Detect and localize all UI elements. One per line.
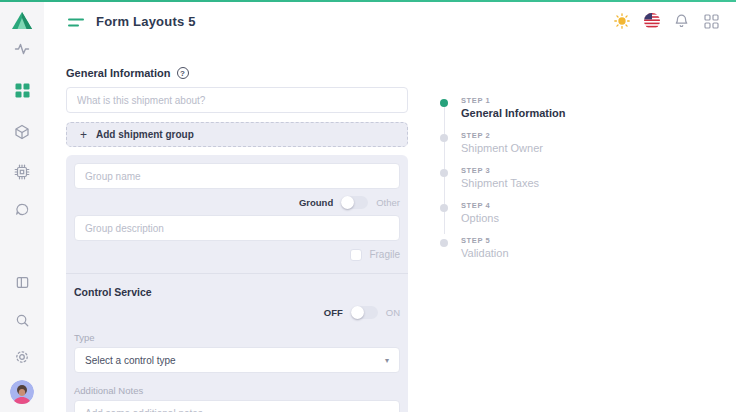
add-group-label: Add shipment group bbox=[96, 129, 194, 140]
dashboard-grid-icon[interactable] bbox=[13, 81, 31, 99]
off-label: OFF bbox=[324, 307, 343, 318]
form-column: General Information ? + Add shipment gro… bbox=[66, 40, 408, 412]
control-type-value: Select a control type bbox=[85, 355, 176, 366]
fragile-label: Fragile bbox=[369, 249, 400, 260]
step-dot bbox=[440, 239, 448, 247]
chevron-down-icon: ▾ bbox=[385, 356, 389, 365]
shipment-group-card: Ground Other Fragile Control Service OFF… bbox=[66, 155, 408, 412]
step-label: STEP 4 bbox=[461, 201, 499, 210]
step-dot bbox=[440, 134, 448, 142]
step-item[interactable]: STEP 2 Shipment Owner bbox=[440, 131, 566, 154]
sidebar bbox=[0, 2, 44, 412]
step-dot bbox=[440, 99, 448, 107]
step-title: Shipment Owner bbox=[461, 142, 543, 154]
step-item[interactable]: STEP 4 Options bbox=[440, 201, 566, 224]
step-label: STEP 1 bbox=[461, 96, 566, 105]
user-avatar[interactable] bbox=[10, 380, 34, 404]
step-title: Validation bbox=[461, 247, 509, 259]
section-title: General Information bbox=[66, 67, 171, 79]
step-label: STEP 2 bbox=[461, 131, 543, 140]
add-shipment-group-button[interactable]: + Add shipment group bbox=[66, 122, 408, 147]
cpu-chip-icon[interactable] bbox=[13, 163, 31, 181]
header: Form Layouts 5 bbox=[44, 2, 736, 40]
plus-icon: + bbox=[80, 129, 87, 141]
activity-icon[interactable] bbox=[13, 40, 31, 58]
steps-list: STEP 1 General Information STEP 2 Shipme… bbox=[440, 96, 566, 259]
content: General Information ? + Add shipment gro… bbox=[44, 40, 736, 412]
package-cube-icon[interactable] bbox=[13, 123, 31, 141]
settings-gear-icon[interactable] bbox=[13, 348, 31, 366]
search-icon[interactable] bbox=[13, 311, 31, 329]
chat-bubble-icon[interactable] bbox=[13, 200, 31, 218]
fragile-checkbox[interactable] bbox=[350, 249, 362, 261]
step-label: STEP 3 bbox=[461, 166, 539, 175]
shipment-about-input[interactable] bbox=[66, 87, 408, 113]
additional-notes-input[interactable] bbox=[74, 400, 400, 412]
notifications-bell-icon[interactable] bbox=[673, 13, 690, 30]
theme-sun-icon[interactable] bbox=[613, 13, 630, 30]
step-item[interactable]: STEP 5 Validation bbox=[440, 236, 566, 259]
layout-panel-icon[interactable] bbox=[13, 273, 31, 291]
off-on-toggle[interactable] bbox=[351, 306, 378, 319]
help-icon[interactable]: ? bbox=[177, 67, 189, 79]
apps-grid-icon[interactable] bbox=[703, 13, 720, 30]
main-area: Form Layouts 5 bbox=[44, 2, 736, 412]
step-dot bbox=[440, 204, 448, 212]
header-actions bbox=[613, 13, 720, 30]
step-label: STEP 5 bbox=[461, 236, 509, 245]
card-divider bbox=[66, 273, 408, 274]
group-name-input[interactable] bbox=[74, 163, 400, 189]
step-item[interactable]: STEP 1 General Information bbox=[440, 96, 566, 119]
step-title: General Information bbox=[461, 107, 566, 119]
step-item[interactable]: STEP 3 Shipment Taxes bbox=[440, 166, 566, 189]
type-label: Type bbox=[74, 332, 400, 343]
group-description-input[interactable] bbox=[74, 215, 400, 241]
language-flag-icon[interactable] bbox=[643, 13, 660, 30]
ground-other-toggle[interactable] bbox=[341, 196, 368, 209]
notes-label: Additional Notes bbox=[74, 385, 400, 396]
step-title: Shipment Taxes bbox=[461, 177, 539, 189]
control-service-title: Control Service bbox=[74, 286, 400, 298]
menu-toggle-icon[interactable] bbox=[68, 15, 84, 27]
other-label: Other bbox=[376, 197, 400, 208]
logo-triangle-icon[interactable] bbox=[9, 8, 35, 34]
step-title: Options bbox=[461, 212, 499, 224]
control-type-select[interactable]: Select a control type ▾ bbox=[74, 347, 400, 373]
on-label: ON bbox=[386, 307, 400, 318]
ground-label: Ground bbox=[299, 197, 333, 208]
step-dot bbox=[440, 169, 448, 177]
top-accent-line bbox=[0, 0, 736, 2]
steps-wizard: STEP 1 General Information STEP 2 Shipme… bbox=[440, 96, 566, 412]
page-title: Form Layouts 5 bbox=[96, 14, 196, 29]
